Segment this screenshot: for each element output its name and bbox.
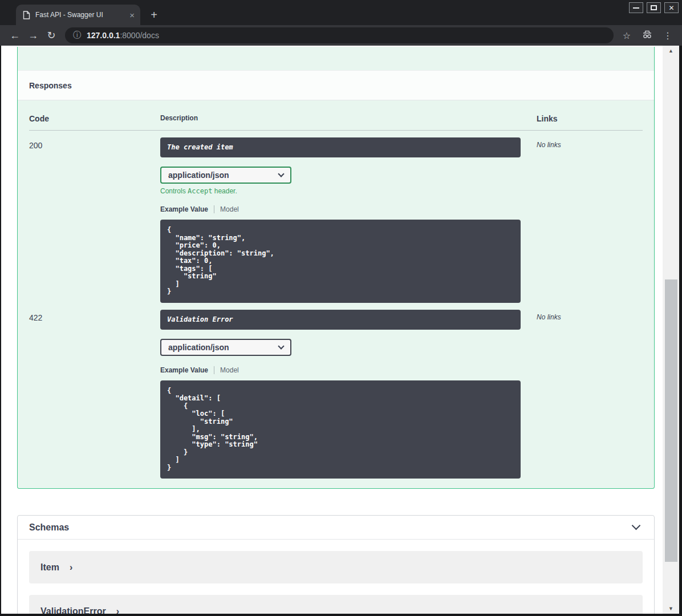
page-scrollbar[interactable]: ▲ ▼ [663, 46, 679, 614]
response-row-200: 200 The created item application/json Co… [29, 131, 643, 303]
schema-item-card[interactable]: Item › [29, 551, 643, 583]
media-type-value: application/json [168, 343, 229, 352]
url-text: 127.0.0.1:8000/docs [87, 31, 159, 40]
bookmark-star-icon[interactable]: ☆ [618, 30, 635, 41]
chevron-right-icon: › [70, 562, 72, 573]
opblock-spacer [18, 47, 654, 70]
forward-icon[interactable]: → [24, 30, 42, 42]
example-model-tabs: Example Value Model [160, 366, 537, 374]
tab-title: Fast API - Swagger UI [35, 11, 124, 19]
media-type-value: application/json [168, 171, 229, 180]
scrollbar-thumb[interactable] [665, 279, 677, 562]
column-header-description: Description [160, 114, 537, 123]
schemas-section: Schemas Item › ValidationError › [17, 515, 655, 614]
response-description: The created item [160, 137, 521, 157]
scroll-down-icon[interactable]: ▼ [663, 605, 679, 613]
responses-table: Code Description Links 200 The created i… [18, 100, 654, 479]
browser-viewport: Responses Code Description Links 200 The… [0, 46, 682, 616]
tab-example-value[interactable]: Example Value [160, 366, 208, 374]
url-host: 127.0.0.1 [87, 31, 120, 40]
tab-strip: ✕ Fast API - Swagger UI × + [0, 0, 682, 25]
responses-header: Responses [18, 70, 654, 100]
response-description-cell: Validation Error application/json Exampl… [160, 310, 537, 479]
chevron-down-icon [278, 171, 284, 177]
tab-example-value[interactable]: Example Value [160, 205, 208, 213]
schema-validationerror-card[interactable]: ValidationError › [29, 595, 643, 614]
schemas-header[interactable]: Schemas [18, 516, 654, 540]
close-icon: ✕ [668, 5, 674, 11]
browser-toolbar: ← → ↻ ⓘ 127.0.0.1:8000/docs ☆ ⋮ [0, 25, 682, 46]
tab-divider [214, 205, 214, 213]
accept-header-note: Controls Accept header. [160, 187, 537, 195]
scroll-up-icon[interactable]: ▲ [663, 47, 679, 55]
tab-model[interactable]: Model [220, 205, 239, 213]
minimize-button[interactable] [629, 2, 643, 13]
new-tab-button[interactable]: + [146, 7, 162, 23]
responses-table-header: Code Description Links [29, 100, 643, 131]
close-button[interactable]: ✕ [664, 2, 679, 13]
minimize-icon [633, 7, 639, 9]
chevron-right-icon: › [116, 606, 119, 614]
media-type-select[interactable]: application/json [160, 339, 291, 356]
maximize-icon [651, 5, 657, 10]
back-icon[interactable]: ← [6, 30, 24, 42]
browser-tab[interactable]: Fast API - Swagger UI × [16, 5, 140, 25]
example-json-block: { "name": "string", "price": 0, "descrip… [160, 220, 521, 303]
response-links: No links [537, 137, 643, 303]
browser-window: ✕ Fast API - Swagger UI × + ← → ↻ ⓘ 127.… [0, 0, 682, 616]
window-controls: ✕ [629, 2, 679, 13]
tab-model[interactable]: Model [220, 366, 239, 374]
chevron-down-icon [278, 343, 284, 349]
reload-icon[interactable]: ↻ [42, 29, 60, 42]
tab-divider [214, 366, 214, 374]
opblock-responses-section: Responses Code Description Links 200 The… [17, 47, 655, 489]
response-links: No links [537, 310, 643, 479]
schemas-body: Item › ValidationError › [18, 540, 654, 614]
example-json-block: { "detail": [ { "loc": [ "string" ], "ms… [160, 380, 521, 479]
response-description: Validation Error [160, 310, 521, 330]
schema-name: Item [40, 562, 59, 573]
tab-close-icon[interactable]: × [129, 11, 135, 19]
page-favicon-icon [23, 11, 30, 19]
column-header-code: Code [29, 114, 160, 123]
maximize-button[interactable] [647, 2, 661, 13]
menu-kebab-icon[interactable]: ⋮ [659, 30, 676, 41]
site-info-icon[interactable]: ⓘ [73, 30, 81, 40]
column-header-links: Links [537, 114, 643, 123]
url-path: :8000/docs [120, 31, 159, 40]
chevron-down-icon[interactable] [632, 521, 641, 530]
example-json-code: { "name": "string", "price": 0, "descrip… [167, 226, 514, 296]
media-type-select[interactable]: application/json [160, 167, 291, 184]
toolbar-right-icons: ☆ ⋮ [618, 30, 676, 41]
response-description-cell: The created item application/json Contro… [160, 137, 537, 303]
schemas-title: Schemas [29, 522, 69, 533]
response-row-422: 422 Validation Error application/json Ex… [29, 303, 643, 479]
example-json-code: { "detail": [ { "loc": [ "string" ], "ms… [167, 387, 514, 472]
incognito-icon[interactable] [639, 30, 656, 41]
response-code: 422 [29, 310, 160, 479]
swagger-page: Responses Code Description Links 200 The… [1, 46, 663, 614]
responses-title: Responses [29, 81, 72, 90]
address-bar[interactable]: ⓘ 127.0.0.1:8000/docs [65, 27, 614, 43]
example-model-tabs: Example Value Model [160, 205, 537, 213]
schema-name: ValidationError [40, 606, 106, 614]
response-code: 200 [29, 137, 160, 303]
